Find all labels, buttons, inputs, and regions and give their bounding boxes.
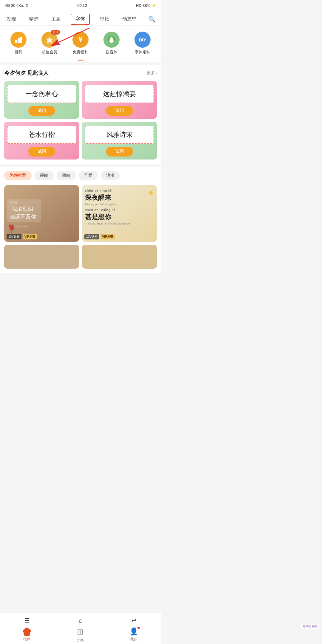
- font-preview-box-3: 苍水行楷: [7, 126, 76, 144]
- card2-pinyin-2-container: shèn shì xiǎng nǐ 甚是想你 The stars know I'…: [85, 208, 154, 225]
- pill-cute[interactable]: 可爱: [79, 171, 98, 180]
- red-arrow-svg: [36, 25, 101, 49]
- nav-dynamic[interactable]: 动态壁: [119, 14, 140, 25]
- nav-theme[interactable]: 主题: [48, 14, 64, 25]
- status-left: 4G 30.6K/s ⇕: [5, 3, 29, 8]
- quick-icon-diy[interactable]: DIY 字体定制: [134, 32, 151, 55]
- section-header: 今夕何夕 见此良人 更多 ›: [4, 69, 157, 77]
- ranking-label: 排行: [15, 49, 22, 55]
- font-card-4-inner: 风雅诗宋 试用: [82, 122, 157, 160]
- pill-bw[interactable]: 黑白: [57, 171, 76, 180]
- pill-bold[interactable]: 硬朗: [35, 171, 54, 180]
- card2-english-2: The stars know I'm thinking about you: [85, 222, 154, 225]
- try-button-1[interactable]: 试用: [28, 106, 55, 116]
- nav-discover[interactable]: 发现: [4, 14, 19, 25]
- font-card-2-inner: 远赴惊鸿宴 试用: [82, 81, 157, 119]
- pinyin-label: 拼音体: [106, 49, 117, 55]
- font-preview-text-1: 一念伤君心: [25, 90, 58, 97]
- bottom-spacer: [0, 273, 161, 312]
- diy-label: 字体定制: [135, 49, 150, 55]
- font-card-3-inner: 苍水行楷 试用: [4, 122, 79, 160]
- card2-vip-badge: VIP免费: [100, 234, 115, 239]
- nav-font[interactable]: 字体: [71, 14, 90, 25]
- font-preview-box-1: 一念伤君心: [7, 85, 76, 103]
- font-grid: 一念伤君心 试用 远赴惊鸿宴 试用 苍水行楷 试用: [4, 81, 157, 160]
- signal-icon: 4G 30.6K/s ⇕: [5, 3, 29, 8]
- card2-v10-badge: 10V钻积: [84, 234, 99, 239]
- font-card-3[interactable]: 苍水行楷 试用: [4, 122, 79, 160]
- pill-romantic[interactable]: 浪漫: [101, 171, 120, 180]
- card2-pinyin-2: shèn shì xiǎng nǐ: [85, 208, 154, 212]
- rec-card-1-content: 西万库 "我浓烈涸都远不及你" close to the liquor 🌹: [4, 185, 79, 242]
- font-card-2[interactable]: 远赴惊鸿宴 试用: [82, 81, 157, 119]
- svg-line-1: [51, 28, 89, 46]
- try-button-3[interactable]: 试用: [28, 147, 55, 157]
- card2-badge-row: 10V钻积 VIP免费: [84, 234, 115, 239]
- ranking-icon: [10, 32, 27, 48]
- dot-active: [78, 60, 83, 61]
- font-preview-box-2: 远赴惊鸿宴: [85, 85, 154, 103]
- try-button-4[interactable]: 试用: [106, 147, 133, 157]
- more-button[interactable]: 更多 ›: [146, 70, 157, 76]
- more-label: 更多: [146, 70, 155, 76]
- rec-card-2-content: shēn yè xǐng lái 深夜醒来 Missing you late a…: [82, 185, 157, 242]
- font-preview-text-4: 风雅诗宋: [106, 131, 133, 138]
- status-time: 00:12: [78, 3, 87, 8]
- quick-icon-pinyin[interactable]: 拼音体: [103, 32, 120, 55]
- vip-label: 超值会员: [42, 49, 57, 55]
- card1-v10-badge: 10V钻积: [7, 234, 21, 239]
- card2-english-1: Missing you late at night ni: [85, 203, 154, 206]
- top-nav: 发现 精选 主题 字体 壁纸 动态壁 🔍: [0, 11, 161, 25]
- try-button-2[interactable]: 试用: [106, 106, 133, 116]
- partial-card-1[interactable]: [4, 245, 79, 269]
- card1-badge-row: 10V钻积 VIP免费: [7, 234, 37, 239]
- status-right: HD 38% ⚡: [136, 3, 156, 8]
- font-card-4[interactable]: 风雅诗宋 试用: [82, 122, 157, 160]
- card2-pinyin-1: shēn yè xǐng lái: [85, 189, 154, 193]
- quick-icon-ranking[interactable]: 排行: [10, 32, 27, 55]
- pill-recommend[interactable]: 为您推荐: [4, 171, 32, 180]
- font-card-1-inner: 一念伤君心 试用: [4, 81, 79, 119]
- svg-rect-3: [18, 38, 20, 43]
- battery-info: HD 38% ⚡: [136, 3, 156, 8]
- rose-icon: 🌹: [7, 225, 16, 233]
- card2-chinese-1: 深夜醒来: [85, 193, 154, 202]
- search-icon[interactable]: 🔍: [146, 13, 157, 25]
- font-section: 今夕何夕 见此良人 更多 › 一念伤君心 试用 远赴惊鸿宴 试用: [0, 65, 161, 164]
- nav-wallpaper[interactable]: 壁纸: [97, 14, 112, 25]
- svg-rect-2: [15, 40, 17, 43]
- rec-card-liquor[interactable]: 西万库 "我浓烈涸都远不及你" close to the liquor 🌹 10…: [4, 185, 79, 242]
- agency-label: 西万库: [10, 201, 38, 205]
- yellow-dot-icon: [149, 191, 153, 195]
- card1-vip-badge: VIP免费: [23, 234, 37, 239]
- rec-card-night[interactable]: shēn yè xǐng lái 深夜醒来 Missing you late a…: [82, 185, 157, 242]
- font-card-1[interactable]: 一念伤君心 试用: [4, 81, 79, 119]
- diy-icon: DIY: [134, 32, 151, 48]
- free-label: 免费福利: [73, 49, 88, 55]
- section-title: 今夕何夕 见此良人: [4, 69, 49, 77]
- pinyin-icon: [103, 32, 120, 48]
- chevron-right-icon: ›: [155, 71, 157, 75]
- card1-main-text: "我浓烈涸都远不及你": [10, 205, 38, 220]
- svg-rect-4: [20, 37, 22, 43]
- category-section: 为您推荐 硬朗 黑白 可爱 浪漫 西万库 "我浓烈涸都远不及你" close t…: [0, 167, 161, 273]
- font-preview-text-3: 苍水行楷: [29, 131, 55, 138]
- rec-grid: 西万库 "我浓烈涸都远不及你" close to the liquor 🌹 10…: [4, 185, 157, 242]
- card2-chinese-2: 甚是想你: [85, 213, 154, 222]
- nav-featured[interactable]: 精选: [26, 14, 41, 25]
- font-preview-text-2: 远赴惊鸿宴: [103, 90, 136, 97]
- status-bar: 4G 30.6K/s ⇕ 00:12 HD 38% ⚡: [0, 0, 161, 11]
- category-pills: 为您推荐 硬朗 黑白 可爱 浪漫: [4, 171, 157, 182]
- partial-card-2[interactable]: [82, 245, 157, 269]
- font-preview-box-4: 风雅诗宋: [85, 126, 154, 144]
- dot-indicator: [0, 58, 161, 62]
- partial-card-row: [4, 245, 157, 269]
